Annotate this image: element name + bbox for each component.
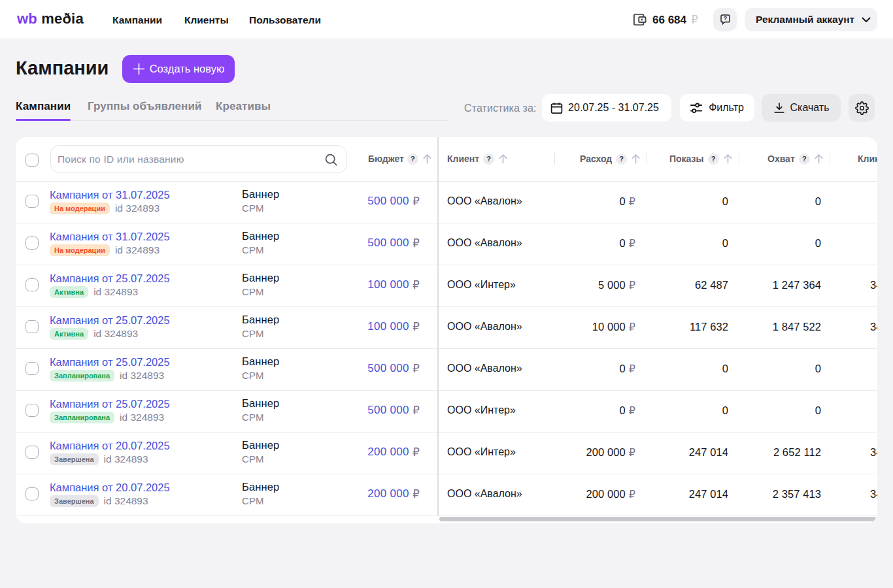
svg-text:?: ?: [723, 15, 727, 22]
